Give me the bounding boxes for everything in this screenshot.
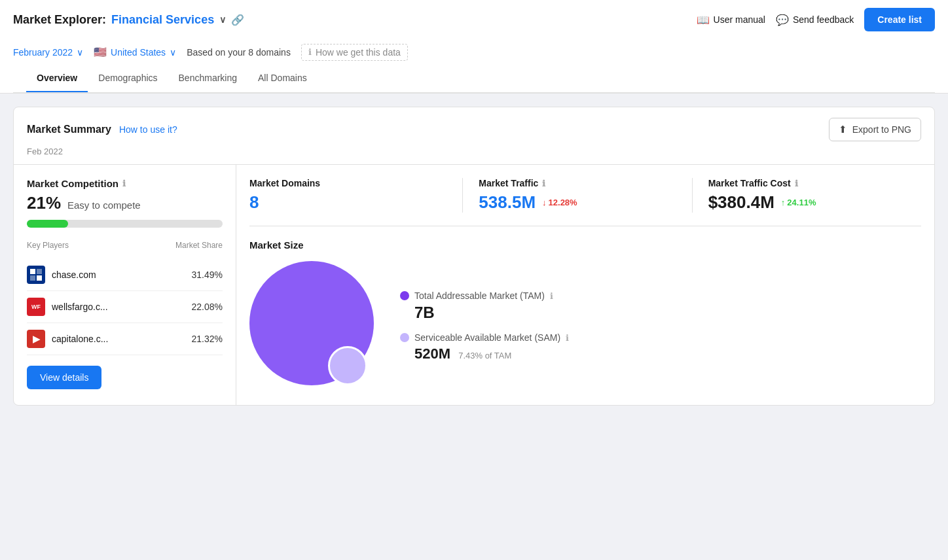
date-filter[interactable]: February 2022 ∨ xyxy=(13,42,83,63)
tam-row: Total Addressable Market (TAM) ℹ 7B xyxy=(400,290,569,322)
tab-overview[interactable]: Overview xyxy=(26,65,88,92)
key-players-col2: Market Share xyxy=(175,241,223,250)
create-list-button[interactable]: Create list xyxy=(864,8,935,31)
send-feedback-link[interactable]: 💬 Send feedback xyxy=(776,14,854,26)
key-players-col1: Key Players xyxy=(27,241,69,250)
competition-progress-bar xyxy=(27,220,223,228)
card-title-group: Market Summary How to use it? xyxy=(27,124,177,135)
card-content: Market Competition ℹ 21% Easy to compete… xyxy=(14,164,934,405)
how-to-use-link[interactable]: How to use it? xyxy=(119,124,177,135)
sam-label: Serviceable Available Market (SAM) ℹ xyxy=(400,332,569,343)
player-share-chase: 31.49% xyxy=(192,270,223,280)
metrics-row: Market Domains 8 Market Traffic ℹ 538.5M xyxy=(249,178,921,226)
card-date: Feb 2022 xyxy=(14,147,934,164)
export-button[interactable]: ⬆ Export to PNG xyxy=(829,118,921,141)
svg-rect-0 xyxy=(30,269,35,274)
competition-label: Easy to compete xyxy=(67,200,141,211)
left-panel: Market Competition ℹ 21% Easy to compete… xyxy=(14,165,236,405)
chase-logo xyxy=(27,266,45,284)
metric-traffic-change: 12.28% xyxy=(542,198,577,207)
app-title: Market Explorer: Financial Services ∨ 🔗 xyxy=(13,13,244,27)
competition-pct: 21% xyxy=(27,193,61,213)
competition-value: 21% Easy to compete xyxy=(27,193,223,213)
view-details-button[interactable]: View details xyxy=(27,366,101,389)
sam-bubble xyxy=(328,346,367,385)
how-we-get-data[interactable]: ℹ How we get this data xyxy=(301,44,408,61)
title-industry: Financial Services xyxy=(111,13,214,27)
metric-cost-change: 24.11% xyxy=(781,198,816,207)
metric-traffic-value: 538.5M 12.28% xyxy=(479,192,676,213)
tam-info-icon[interactable]: ℹ xyxy=(550,291,553,301)
sam-info-icon[interactable]: ℹ xyxy=(566,333,569,343)
send-feedback-label: Send feedback xyxy=(793,14,854,25)
how-we-label: How we get this data xyxy=(316,47,401,58)
right-panel: Market Domains 8 Market Traffic ℹ 538.5M xyxy=(236,165,934,405)
metric-traffic-cost: Market Traffic Cost ℹ $380.4M 24.11% xyxy=(708,178,921,213)
metric-cost-info-icon[interactable]: ℹ xyxy=(795,179,798,188)
player-info-chase: chase.com xyxy=(27,266,96,284)
player-name-chase: chase.com xyxy=(52,270,96,280)
competition-info-icon[interactable]: ℹ xyxy=(122,179,126,188)
svg-rect-1 xyxy=(37,275,42,281)
sam-value: 520M 7.43% of TAM xyxy=(414,345,569,362)
player-row: ▶ capitalone.c... 21.32% xyxy=(27,323,223,355)
market-size-title: Market Size xyxy=(249,239,921,251)
competition-title: Market Competition ℹ xyxy=(27,178,223,189)
player-row: chase.com 31.49% xyxy=(27,259,223,291)
bubble-chart xyxy=(249,261,380,392)
header-sub: February 2022 ∨ 🇺🇸 United States ∨ Based… xyxy=(13,38,935,63)
player-info-wells: WF wellsfargo.c... xyxy=(27,298,108,316)
info-icon-filter: ℹ xyxy=(308,47,312,57)
player-name-capital: capitalone.c... xyxy=(52,334,108,344)
svg-rect-3 xyxy=(30,275,35,281)
wells-logo: WF xyxy=(27,298,45,316)
book-icon: 📖 xyxy=(697,14,710,26)
svg-rect-2 xyxy=(37,269,42,274)
sam-dot-icon xyxy=(400,333,409,342)
card-header: Market Summary How to use it? ⬆ Export t… xyxy=(14,107,934,147)
capital-logo: ▶ xyxy=(27,330,45,348)
user-manual-label: User manual xyxy=(714,14,765,25)
feedback-icon: 💬 xyxy=(776,14,789,26)
date-label: February 2022 xyxy=(13,47,73,58)
date-dropdown-icon: ∨ xyxy=(77,47,83,58)
header-top: Market Explorer: Financial Services ∨ 🔗 … xyxy=(13,8,935,38)
player-info-capital: ▶ capitalone.c... xyxy=(27,330,108,348)
country-label: United States xyxy=(111,47,166,58)
tab-benchmarking[interactable]: Benchmarking xyxy=(168,65,248,92)
metric-traffic-cost-value: $380.4M 24.11% xyxy=(708,192,905,213)
header: Market Explorer: Financial Services ∨ 🔗 … xyxy=(0,0,948,94)
tam-dot-icon xyxy=(400,291,409,300)
market-size-content: Total Addressable Market (TAM) ℹ 7B Serv… xyxy=(249,261,921,392)
player-share-capital: 21.32% xyxy=(192,334,223,344)
metric-traffic-title: Market Traffic ℹ xyxy=(479,178,676,188)
country-dropdown-icon: ∨ xyxy=(170,47,176,58)
user-manual-link[interactable]: 📖 User manual xyxy=(697,14,765,26)
player-name-wells: wellsfargo.c... xyxy=(52,302,108,312)
tabs: Overview Demographics Benchmarking All D… xyxy=(13,65,935,93)
metric-traffic-info-icon[interactable]: ℹ xyxy=(542,179,545,188)
arrow-up-icon xyxy=(781,198,786,207)
metric-domains-value: 8 xyxy=(249,192,447,213)
sam-row: Serviceable Available Market (SAM) ℹ 520… xyxy=(400,332,569,362)
header-right: 📖 User manual 💬 Send feedback Create lis… xyxy=(697,8,935,31)
export-icon: ⬆ xyxy=(839,124,847,135)
tab-demographics[interactable]: Demographics xyxy=(88,65,168,92)
link-icon[interactable]: 🔗 xyxy=(231,14,244,26)
flag-icon: 🇺🇸 xyxy=(94,46,107,58)
title-dropdown-icon[interactable]: ∨ xyxy=(219,14,226,25)
metric-traffic: Market Traffic ℹ 538.5M 12.28% xyxy=(479,178,692,213)
tam-value: 7B xyxy=(414,304,569,322)
card-title: Market Summary xyxy=(27,124,111,135)
metric-domains-title: Market Domains xyxy=(249,178,447,188)
country-filter[interactable]: 🇺🇸 United States ∨ xyxy=(94,41,176,63)
based-on-text: Based on your 8 domains xyxy=(187,47,291,58)
player-share-wells: 22.08% xyxy=(192,302,223,312)
competition-progress-fill xyxy=(27,220,68,228)
title-static: Market Explorer: xyxy=(13,13,106,27)
market-size-info: Total Addressable Market (TAM) ℹ 7B Serv… xyxy=(400,290,569,362)
key-players-header: Key Players Market Share xyxy=(27,241,223,253)
sam-pct: 7.43% of TAM xyxy=(458,351,511,360)
metric-traffic-cost-title: Market Traffic Cost ℹ xyxy=(708,178,905,188)
tab-all-domains[interactable]: All Domains xyxy=(247,65,318,92)
